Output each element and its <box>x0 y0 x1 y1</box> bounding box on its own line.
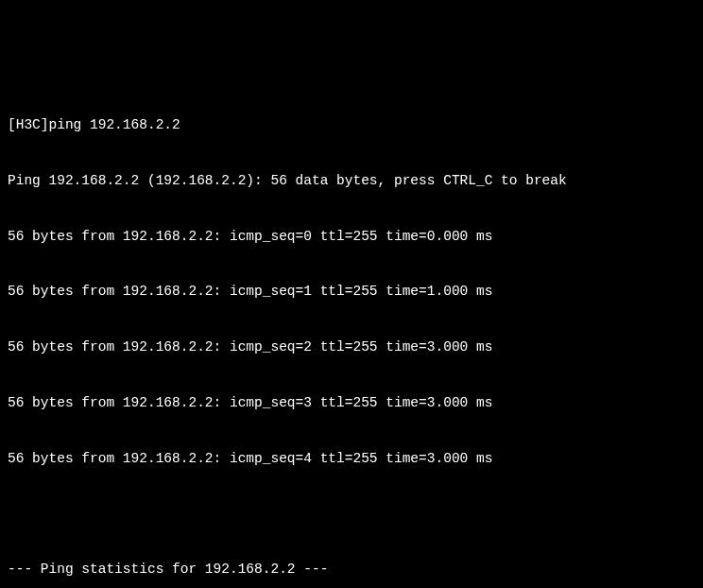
terminal-line: Ping 192.168.2.2 (192.168.2.2): 56 data … <box>8 172 695 191</box>
terminal-line: 56 bytes from 192.168.2.2: icmp_seq=3 tt… <box>8 394 695 413</box>
terminal-line: --- Ping statistics for 192.168.2.2 --- <box>8 561 695 579</box>
terminal-line: 56 bytes from 192.168.2.2: icmp_seq=2 tt… <box>8 338 695 357</box>
terminal-line: 56 bytes from 192.168.2.2: icmp_seq=0 tt… <box>8 228 695 247</box>
terminal-line <box>8 505 695 524</box>
terminal-line: [H3C]ping 192.168.2.2 <box>8 116 695 135</box>
terminal-line: 56 bytes from 192.168.2.2: icmp_seq=1 tt… <box>8 283 695 302</box>
terminal-line: 56 bytes from 192.168.2.2: icmp_seq=4 tt… <box>8 450 695 469</box>
terminal-output[interactable]: [H3C]ping 192.168.2.2 Ping 192.168.2.2 (… <box>8 79 695 588</box>
